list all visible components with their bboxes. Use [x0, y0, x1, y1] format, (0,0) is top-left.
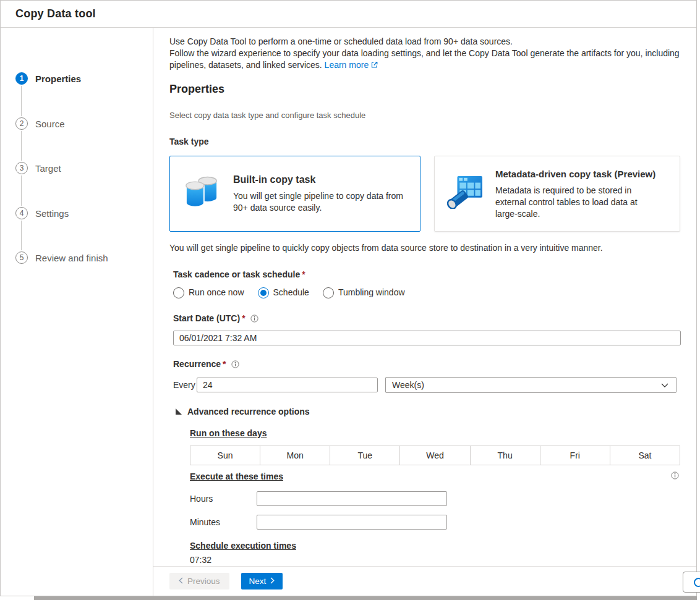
pipeline-note: You will get single pipeline to quickly …: [169, 242, 681, 254]
radio-circle: [323, 287, 334, 298]
intro-line-2: Follow the wizard experience to specify …: [169, 48, 681, 72]
page-subtitle: Select copy data task type and configure…: [169, 109, 681, 121]
day-cell-thu[interactable]: Thu: [470, 446, 540, 465]
days-of-week-selector: Sun Mon Tue Wed Thu Fri Sat: [190, 446, 680, 465]
intro-text: Use Copy Data Tool to perform a one-time…: [169, 36, 681, 72]
card-built-in-copy-task[interactable]: Built-in copy task You will get single p…: [169, 156, 420, 232]
feedback-button-partial[interactable]: [683, 572, 700, 593]
next-button[interactable]: Next: [241, 573, 283, 589]
card-description: You will get single pipeline to copy dat…: [233, 190, 411, 214]
sidebar-step-properties[interactable]: 1 Properties: [15, 72, 81, 85]
step-connector-line: [21, 131, 22, 161]
step-label: Settings: [35, 208, 69, 219]
info-icon[interactable]: [231, 360, 239, 371]
card-description: Metadata is required to be stored in ext…: [495, 185, 655, 220]
step-connector-line: [21, 175, 22, 206]
hours-input[interactable]: [257, 491, 447, 506]
step-number-badge: 5: [15, 251, 28, 264]
start-date-label: Start Date (UTC)*: [173, 313, 681, 326]
minutes-input[interactable]: [257, 515, 447, 530]
chevron-down-icon: [661, 379, 668, 391]
window-bottom-edge: [34, 596, 697, 600]
start-date-input[interactable]: [173, 331, 681, 345]
every-label: Every: [173, 379, 197, 391]
radio-run-once-now[interactable]: Run once now: [173, 287, 244, 298]
step-label: Target: [35, 163, 61, 174]
wizard-footer: Previous Next: [153, 566, 696, 596]
wizard-steps-sidebar: 1 Properties 2 Source 3 Target 4 Setting…: [1, 28, 153, 596]
chevron-left-icon: [179, 577, 183, 586]
external-link-icon: [370, 60, 378, 72]
step-label: Properties: [35, 74, 81, 84]
schedule-execution-times-link[interactable]: Schedule execution times: [190, 540, 296, 552]
radio-tumbling-window[interactable]: Tumbling window: [323, 287, 405, 298]
info-icon[interactable]: [671, 471, 679, 483]
recurrence-interval-input[interactable]: [197, 378, 378, 392]
selected-unit: Week(s): [392, 379, 424, 391]
page-title: Properties: [169, 83, 681, 95]
day-cell-wed[interactable]: Wed: [399, 446, 470, 465]
screen: Copy Data tool 1 Properties 2 Source 3: [0, 0, 700, 600]
step-number-badge: 2: [15, 117, 28, 130]
task-cadence-radio-group: Run once now Schedule Tumbling window: [173, 287, 681, 298]
chevron-right-icon: [270, 577, 275, 586]
step-label: Source: [35, 119, 65, 129]
day-cell-sun[interactable]: Sun: [190, 446, 260, 465]
sidebar-step-target[interactable]: 3 Target: [15, 162, 61, 174]
card-title: Metadata-driven copy task (Preview): [495, 168, 655, 180]
step-number-badge: 1: [15, 72, 28, 85]
recurrence-unit-select[interactable]: Week(s): [385, 377, 677, 393]
sidebar-step-review-and-finish[interactable]: 5 Review and finish: [15, 251, 108, 264]
radio-label: Tumbling window: [338, 287, 405, 298]
radio-circle: [173, 287, 184, 298]
task-cadence-label: Task cadence or task schedule*: [173, 269, 681, 281]
properties-step-content: Use Copy Data Tool to perform a one-time…: [153, 28, 696, 566]
intro-line-1: Use Copy Data Tool to perform a one-time…: [169, 36, 681, 48]
day-cell-tue[interactable]: Tue: [330, 446, 400, 465]
minutes-label: Minutes: [190, 517, 257, 528]
feedback-icon: [694, 578, 700, 587]
advanced-recurrence-options-label: Advanced recurrence options: [187, 406, 310, 418]
card-metadata-driven-copy-task[interactable]: Metadata-driven copy task (Preview) Meta…: [434, 156, 680, 232]
caret-expanded-icon: [176, 406, 182, 418]
previous-button[interactable]: Previous: [169, 573, 229, 589]
card-title: Built-in copy task: [233, 174, 411, 185]
step-label: Review and finish: [35, 253, 108, 263]
metadata-copy-icon: [447, 175, 483, 212]
radio-schedule[interactable]: Schedule: [258, 287, 309, 298]
run-on-these-days-link[interactable]: Run on these days: [190, 428, 267, 439]
required-asterisk: *: [223, 359, 226, 369]
radio-label: Run once now: [189, 287, 244, 298]
window-title: Copy Data tool: [15, 7, 96, 20]
task-type-label: Task type: [169, 136, 681, 148]
day-cell-mon[interactable]: Mon: [260, 446, 330, 465]
schedule-execution-time-value: 07:32: [190, 554, 681, 566]
step-connector-line: [21, 221, 22, 250]
execute-at-these-times-link[interactable]: Execute at these times: [190, 471, 283, 483]
step-number-badge: 4: [15, 207, 28, 219]
radio-label: Schedule: [273, 287, 309, 298]
required-asterisk: *: [302, 269, 305, 279]
radio-circle: [258, 287, 269, 298]
required-asterisk: *: [242, 313, 245, 323]
sidebar-step-settings[interactable]: 4 Settings: [15, 207, 69, 219]
hours-label: Hours: [190, 493, 257, 505]
window-header: Copy Data tool: [1, 1, 696, 28]
step-number-badge: 3: [15, 162, 28, 174]
info-icon[interactable]: [250, 314, 258, 326]
advanced-recurrence-options-toggle[interactable]: Advanced recurrence options: [176, 406, 681, 418]
day-cell-sat[interactable]: Sat: [610, 446, 680, 465]
learn-more-link[interactable]: Learn more: [325, 60, 369, 70]
step-connector-line: [21, 86, 22, 116]
sidebar-step-source[interactable]: 2 Source: [15, 117, 65, 130]
copy-data-tool-window: Copy Data tool 1 Properties 2 Source 3: [0, 0, 697, 596]
day-cell-fri[interactable]: Fri: [540, 446, 610, 465]
copy-data-icon: [182, 175, 221, 212]
recurrence-label: Recurrence*: [173, 358, 681, 371]
